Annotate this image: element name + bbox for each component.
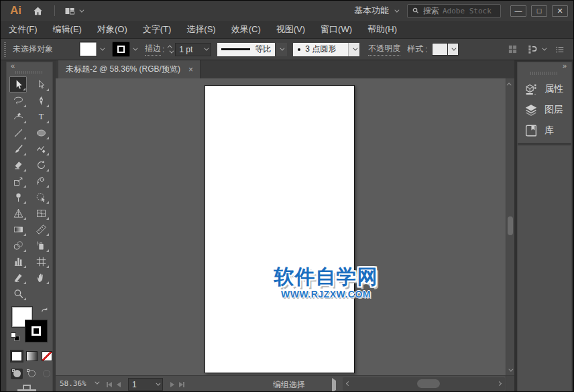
menu-item-type[interactable]: 文字(T) [143,23,172,36]
workspace-switcher[interactable]: 基本功能 [354,5,398,17]
blend-tool[interactable] [9,237,27,253]
scale-tool[interactable] [9,173,27,189]
chevron-down-icon[interactable] [133,46,137,51]
status-options-icon[interactable] [332,381,336,390]
artboard-number-field[interactable]: 1 [128,378,163,391]
step-down-icon[interactable] [170,49,174,54]
zoom-dropdown-icon[interactable] [95,380,99,385]
stroke-weight-value: 1 pt [179,45,192,54]
menu-item-object[interactable]: 对象(O) [97,23,127,36]
scroll-up-icon[interactable] [507,82,512,87]
menu-item-window[interactable]: 窗口(W) [321,23,352,36]
tool-panel-grip[interactable] [15,71,44,74]
home-icon[interactable] [32,5,44,17]
symbol-sprayer-tool[interactable] [32,237,50,253]
first-artboard-button[interactable] [107,382,112,387]
perspective-grid-tool[interactable] [9,205,27,221]
stroke-color-swatch[interactable] [113,42,129,56]
eyedropper-tool[interactable] [32,221,50,237]
gradient-tool[interactable] [9,221,27,237]
style-dropdown[interactable] [432,43,459,56]
search-input[interactable]: 搜索 Adobe Stock [407,4,501,18]
ellipse-tool[interactable] [32,125,50,141]
last-artboard-button[interactable] [179,382,184,387]
zoom-level[interactable]: 58.36% [60,379,87,388]
hand-tool[interactable] [32,269,50,285]
zoom-tool[interactable] [9,285,27,302]
align-icon[interactable] [508,44,518,54]
shape-builder-tool[interactable] [32,189,50,205]
opacity-label[interactable]: 不透明度 [368,43,400,56]
panel-tab-库[interactable]: 库 [524,123,571,138]
slice-tool[interactable] [9,269,27,285]
vertical-scrollbar[interactable] [506,78,514,375]
minimize-button[interactable]: — [510,5,526,17]
previous-artboard-button[interactable] [117,382,121,387]
type-tool[interactable]: T [32,109,50,125]
arrange-documents-button[interactable] [64,7,82,15]
libraries-icon [524,123,538,138]
artboard[interactable] [205,85,355,373]
gradient-button[interactable] [26,351,37,361]
close-tab-icon[interactable]: × [188,65,193,74]
width-tool[interactable] [32,173,50,189]
scroll-left-icon[interactable] [346,381,351,386]
stroke-weight-stepper[interactable] [169,45,172,54]
close-button[interactable]: ✕ [552,5,568,17]
menu-item-effect[interactable]: 效果(C) [231,23,261,36]
draw-normal-button[interactable] [11,369,23,379]
stroke-swatch[interactable] [25,320,47,342]
panel-menu-icon[interactable] [555,45,565,54]
mesh-tool[interactable] [32,205,50,221]
curvature-tool[interactable] [9,109,27,125]
expand-panels-icon[interactable]: » [563,62,567,70]
draw-behind-button[interactable] [25,369,38,379]
chevron-down-icon[interactable] [100,46,105,51]
brush-definition-dropdown[interactable]: 3 点圆形 [293,43,359,56]
menu-item-edit[interactable]: 编辑(E) [53,23,82,36]
watermark-url: WWW.RJZXW.COM [269,289,383,300]
canvas[interactable]: 软件自学网 WWW.RJZXW.COM [56,78,514,375]
next-artboard-button[interactable] [170,382,174,387]
scroll-right-icon[interactable] [497,381,502,386]
width-profile-dropdown[interactable]: 等比 [217,43,287,56]
right-panel-grip[interactable] [530,72,559,75]
rotate-tool[interactable] [32,157,50,173]
screen-mode-button[interactable] [17,385,36,391]
document-tab[interactable]: 未标题-2 @ 58.36% (RGB/预览) × [58,60,200,78]
fill-color-swatch[interactable] [80,42,97,56]
line-segment-tool[interactable] [9,125,27,141]
paintbrush-tool[interactable] [9,141,27,157]
scroll-down-icon[interactable] [508,367,513,372]
pen-tool[interactable] [32,92,50,109]
maximize-button[interactable]: □ [531,5,547,17]
stroke-weight-label[interactable]: 描边 [145,43,161,56]
vertical-scroll-thumb[interactable] [508,216,513,235]
puppet-warp-tool[interactable] [9,189,27,205]
menu-item-view[interactable]: 视图(V) [276,23,305,36]
default-fill-stroke-icon[interactable] [11,332,20,342]
swap-fill-stroke-icon[interactable] [40,306,49,318]
collapse-tools-icon[interactable]: « [11,62,15,70]
stroke-weight-dropdown[interactable]: 1 pt [175,43,211,56]
eraser-tool[interactable] [9,157,27,173]
horizontal-scroll-thumb[interactable] [417,379,440,388]
direct-selection-tool[interactable] [32,76,50,92]
menu-item-file[interactable]: 文件(F) [9,23,38,36]
snap-options-button[interactable] [527,44,545,54]
panel-tab-label: 库 [544,125,554,137]
menu-item-help[interactable]: 帮助(H) [367,23,397,36]
panel-tab-属性[interactable]: 属性 [524,82,571,96]
control-bar-grip[interactable] [4,42,6,57]
panel-tab-图层[interactable]: 图层 [524,103,571,117]
draw-inside-button[interactable] [40,369,52,379]
horizontal-scrollbar[interactable] [343,377,505,391]
shaper-tool[interactable] [32,141,50,157]
lasso-tool[interactable] [9,92,27,109]
menu-item-select[interactable]: 选择(S) [186,23,215,36]
artboard-tool[interactable] [32,253,50,269]
none-button[interactable] [42,351,52,361]
color-button[interactable] [11,351,22,361]
selection-tool[interactable] [9,76,27,92]
column-graph-tool[interactable] [9,253,27,269]
